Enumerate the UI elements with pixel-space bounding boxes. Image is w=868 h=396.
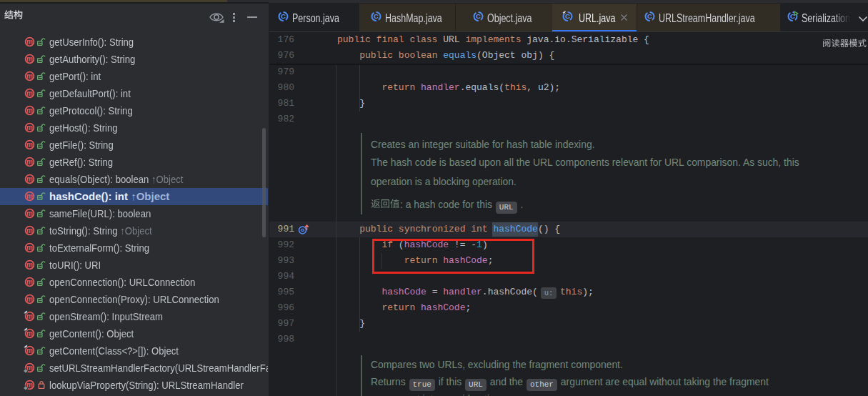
svg-text:m: m bbox=[26, 261, 33, 269]
svg-text:m: m bbox=[26, 107, 33, 114]
svg-text:C: C bbox=[476, 12, 481, 20]
svg-text:m: m bbox=[26, 330, 33, 337]
svg-text:C: C bbox=[647, 12, 652, 20]
svg-text:m: m bbox=[26, 295, 33, 303]
svg-text:m: m bbox=[26, 312, 33, 320]
svg-text:m: m bbox=[26, 72, 33, 80]
svg-text:m: m bbox=[26, 141, 33, 149]
svg-text:m: m bbox=[26, 55, 33, 63]
svg-text:m: m bbox=[26, 158, 33, 166]
svg-text:C: C bbox=[374, 12, 379, 20]
svg-text:m: m bbox=[26, 278, 33, 286]
svg-text:C: C bbox=[281, 12, 286, 20]
svg-text:m: m bbox=[26, 244, 33, 252]
svg-text:m: m bbox=[26, 192, 33, 200]
svg-text:m: m bbox=[26, 347, 33, 355]
svg-text:m: m bbox=[26, 38, 33, 46]
svg-text:m: m bbox=[26, 124, 33, 132]
svg-text:m: m bbox=[26, 227, 33, 234]
svg-text:m: m bbox=[26, 209, 33, 217]
svg-text:m: m bbox=[26, 89, 33, 97]
svg-text:m: m bbox=[26, 175, 33, 183]
svg-text:C: C bbox=[565, 12, 570, 20]
